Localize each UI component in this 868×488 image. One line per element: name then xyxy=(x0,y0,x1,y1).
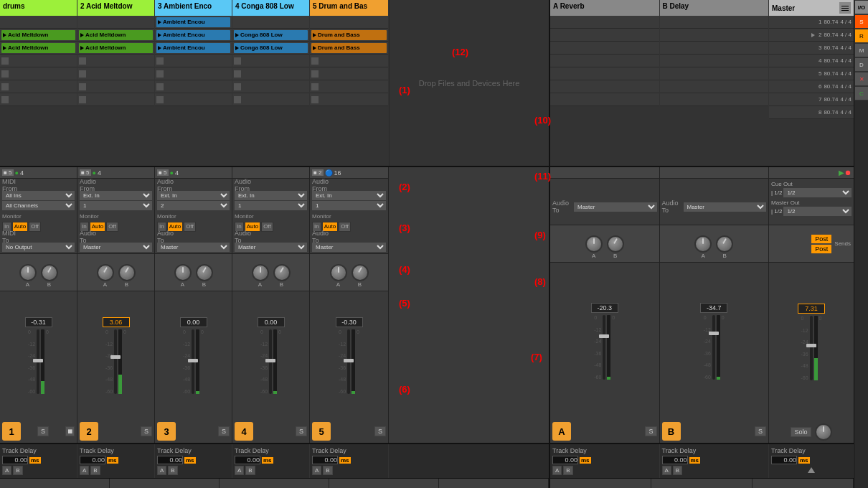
monitor-off-4[interactable]: Off xyxy=(261,222,273,232)
solo-btn-a[interactable]: S xyxy=(645,426,656,436)
delay-a-btn-5[interactable]: A xyxy=(312,466,321,475)
clip-drum-bass-2[interactable]: Drum and Bass xyxy=(310,29,388,42)
audio-to-send-a[interactable]: Master xyxy=(574,202,657,212)
track-num-btn-b[interactable]: B xyxy=(662,422,681,441)
track-num-btn-a[interactable]: A xyxy=(552,422,571,441)
master-knob[interactable] xyxy=(815,423,832,441)
audio-to-select-2[interactable]: Master xyxy=(80,243,152,252)
midi-ch-select-1[interactable]: All Channels xyxy=(2,201,75,210)
send-a-knob-5[interactable] xyxy=(330,264,347,281)
solo-btn-2[interactable]: S xyxy=(141,426,152,436)
solo-btn-master[interactable]: Solo xyxy=(791,427,811,437)
audio-from-select-4[interactable]: Ext. In xyxy=(235,191,307,200)
track-num-btn-5[interactable]: 5 xyxy=(312,422,331,441)
sends-btn[interactable]: S xyxy=(854,14,868,29)
clip-drums-2[interactable]: Acid Meltdown xyxy=(0,29,77,42)
solo-btn-3[interactable]: S xyxy=(218,426,230,436)
delay-input-rb[interactable] xyxy=(662,456,688,464)
send-b-knob-1[interactable] xyxy=(41,264,58,281)
c-btn[interactable]: C xyxy=(854,86,868,100)
solo-btn-1[interactable]: S xyxy=(37,426,49,436)
track-num-btn-4[interactable]: 4 xyxy=(235,422,253,441)
delay-b-btn-3[interactable]: B xyxy=(168,466,177,475)
delay-input-master[interactable] xyxy=(771,456,797,464)
send-b-knob-ra[interactable] xyxy=(607,235,624,253)
audio-ch-select-3[interactable]: 2 xyxy=(157,201,230,210)
mixer-btn[interactable]: M xyxy=(854,43,868,57)
audio-ch-select-2[interactable]: 1 xyxy=(80,201,152,210)
monitor-off-5[interactable]: Off xyxy=(339,222,351,232)
audio-to-select-4[interactable]: Master xyxy=(235,243,307,252)
track-num-btn-2[interactable]: 2 xyxy=(80,422,98,441)
clip-acid-2[interactable]: Acid Meltdown xyxy=(77,29,154,42)
master-clip-3[interactable]: 380.744 / 4 xyxy=(769,42,854,55)
send-a-knob-1[interactable] xyxy=(19,264,37,281)
menu-icon[interactable] xyxy=(839,2,851,14)
delay-input-ra[interactable] xyxy=(552,456,578,464)
midi-to-select-1[interactable]: No Output xyxy=(2,243,75,252)
delay-a-btn-1[interactable]: A xyxy=(2,466,11,475)
delay-a-btn-3[interactable]: A xyxy=(157,466,166,475)
audio-from-select-2[interactable]: Ext. In xyxy=(80,191,152,200)
clip-ambient-2[interactable]: Ambient Encou xyxy=(155,29,232,42)
delay-input-4[interactable] xyxy=(235,456,260,464)
track-num-btn-1[interactable]: 1 xyxy=(2,422,21,441)
audio-from-select-5[interactable]: Ext. In xyxy=(312,191,386,200)
track-drum-bass-header[interactable]: 5 Drum and Bas xyxy=(310,0,388,16)
delay-b-btn-2[interactable]: B xyxy=(90,466,100,475)
delay-b-btn-4[interactable]: B xyxy=(245,466,255,475)
clip-ambient-1[interactable]: Ambient Encou xyxy=(155,16,232,29)
audio-to-send-b[interactable]: Master xyxy=(684,202,767,212)
delay-input-1[interactable] xyxy=(2,456,28,464)
master-clip-5[interactable]: 580.744 / 4 xyxy=(769,67,854,80)
master-clip-2[interactable]: 280.744 / 4 xyxy=(769,29,854,42)
delay-b-btn-1[interactable]: B xyxy=(13,466,22,475)
cue-out-select[interactable]: 1/2 xyxy=(783,188,852,197)
send-b-knob-2[interactable] xyxy=(118,264,136,281)
audio-to-select-3[interactable]: Master xyxy=(157,243,230,252)
delay-input-3[interactable] xyxy=(157,456,183,464)
monitor-off-1[interactable]: Off xyxy=(29,222,41,232)
track-acid-header[interactable]: 2 Acid Meltdow xyxy=(77,0,154,16)
stop-drums[interactable] xyxy=(0,93,77,106)
track-drums-header[interactable]: drums xyxy=(0,0,77,16)
x-btn[interactable]: ✕ xyxy=(854,72,868,86)
send-a-knob-2[interactable] xyxy=(97,264,114,281)
stop-btn-1[interactable]: ⏹ xyxy=(65,426,75,436)
send-b-knob-rb[interactable] xyxy=(716,235,733,253)
delay-a-btn-rb[interactable]: A xyxy=(662,466,671,475)
master-clip-8[interactable]: 880.744 / 4 xyxy=(769,106,854,119)
drop-zone[interactable]: Drop Files and Devices Here xyxy=(389,0,549,166)
delay-a-btn-4[interactable]: A xyxy=(235,466,244,475)
send-a-knob-3[interactable] xyxy=(174,264,192,281)
clip-acid-3[interactable]: Acid Meltdown xyxy=(77,42,154,55)
clip-conga-3[interactable]: Conga 808 Low xyxy=(232,42,309,55)
delay-a-btn-ra[interactable]: A xyxy=(552,466,562,475)
audio-ch-select-4[interactable]: 1 xyxy=(235,201,307,210)
track-conga-header[interactable]: 4 Conga 808 Low xyxy=(232,0,309,16)
send-b-knob-5[interactable] xyxy=(352,264,369,281)
io-btn[interactable]: I/O xyxy=(854,0,868,14)
delay-b-btn-ra[interactable]: B xyxy=(563,466,572,475)
solo-btn-5[interactable]: S xyxy=(374,426,386,436)
midi-from-select-1[interactable]: All Ins xyxy=(2,191,75,200)
clip-ambient-3[interactable]: Ambient Encou xyxy=(155,42,232,55)
master-clip-4[interactable]: 480.744 / 4 xyxy=(769,55,854,67)
delay-b-btn-rb[interactable]: B xyxy=(673,466,682,475)
master-clip-1[interactable]: 180.744 / 4 xyxy=(769,16,854,29)
send-b-knob-3[interactable] xyxy=(196,264,213,281)
play-btn-master[interactable]: ▶ xyxy=(839,169,844,177)
post-btn-master-2[interactable]: Post xyxy=(811,245,831,253)
post-btn-master[interactable]: Post xyxy=(811,235,831,243)
delay-a-btn-2[interactable]: A xyxy=(80,466,89,475)
send-track-a-header[interactable]: A Reverb xyxy=(550,0,659,16)
master-clip-6[interactable]: 680.744 / 4 xyxy=(769,80,854,93)
track-num-btn-3[interactable]: 3 xyxy=(157,422,176,441)
solo-btn-4[interactable]: S xyxy=(296,426,307,436)
audio-from-select-3[interactable]: Ext. In xyxy=(157,191,230,200)
send-a-knob-4[interactable] xyxy=(252,264,269,281)
send-b-knob-4[interactable] xyxy=(273,264,291,281)
device-btn[interactable]: D xyxy=(854,57,868,72)
send-a-knob-ra[interactable] xyxy=(585,235,603,253)
solo-btn-b[interactable]: S xyxy=(755,426,766,436)
